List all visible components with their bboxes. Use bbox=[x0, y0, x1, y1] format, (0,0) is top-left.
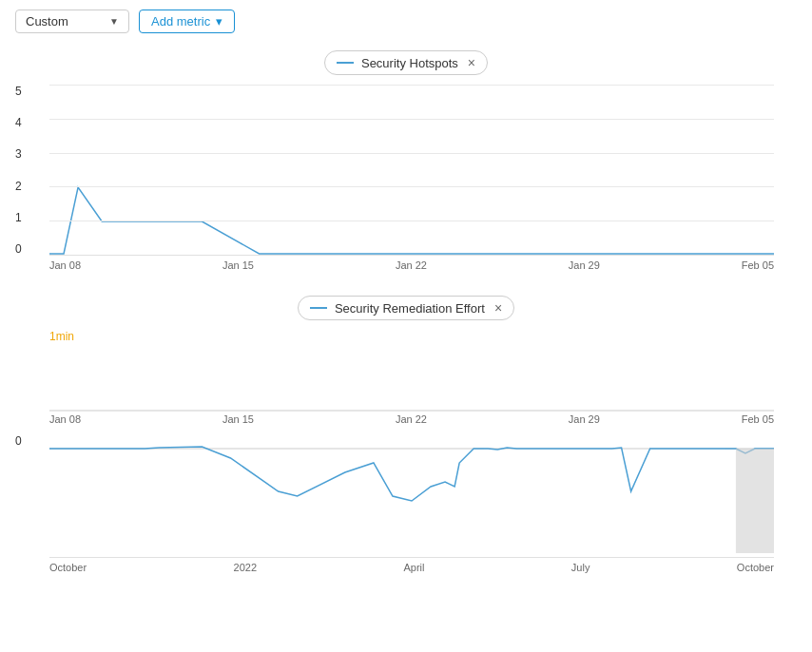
x2-label-feb05: Feb 05 bbox=[742, 413, 774, 425]
x2-label-jan29: Jan 29 bbox=[569, 413, 600, 425]
y2-label-0: 0 bbox=[15, 434, 22, 448]
x2-label-april: April bbox=[403, 562, 424, 573]
x2-label-october2: October bbox=[737, 562, 774, 573]
chart2-y-axis: 0 bbox=[15, 434, 22, 558]
x2-label-jan15: Jan 15 bbox=[222, 413, 254, 425]
x2-label-july: July bbox=[571, 562, 590, 573]
grid-line-1 bbox=[49, 221, 774, 221]
chart2-main-svg bbox=[49, 434, 774, 558]
x-label-feb05: Feb 05 bbox=[742, 259, 774, 271]
chart1-svg bbox=[49, 85, 774, 256]
chart2-x-axis-jan: Jan 08 Jan 15 Jan 22 Jan 29 Feb 05 bbox=[49, 413, 774, 425]
add-metric-button[interactable]: Add metric ▾ bbox=[139, 10, 235, 33]
grid-line-3 bbox=[49, 153, 774, 154]
chart2-legend-label: Security Remediation Effort bbox=[335, 301, 485, 316]
add-metric-chevron-icon: ▾ bbox=[216, 14, 222, 29]
chart2-x-axis-months: October 2022 April July October bbox=[49, 562, 774, 573]
chart1-close-icon[interactable]: × bbox=[468, 55, 475, 70]
chart2-legend-line bbox=[310, 307, 327, 309]
x2-label-2022: 2022 bbox=[234, 562, 257, 573]
y-label-2: 2 bbox=[15, 180, 22, 193]
add-metric-label: Add metric bbox=[151, 14, 210, 29]
x-label-jan15: Jan 15 bbox=[222, 259, 254, 271]
y-label-1: 1 bbox=[15, 211, 22, 224]
chart1-area bbox=[49, 85, 774, 256]
chart1-legend-label: Security Hotspots bbox=[361, 56, 458, 70]
x2-label-jan22: Jan 22 bbox=[396, 413, 427, 425]
chart1-legend-line bbox=[337, 62, 354, 64]
chart2-selection-box bbox=[736, 449, 774, 553]
dropdown-label: Custom bbox=[26, 14, 68, 29]
chart2-section: Security Remediation Effort × 1min Jan 0… bbox=[0, 296, 812, 583]
chart2-legend: Security Remediation Effort × bbox=[0, 296, 812, 320]
chart2-unit-label: 1min bbox=[49, 330, 74, 343]
grid-line-5 bbox=[49, 85, 774, 86]
chart1-y-axis: 5 4 3 2 1 0 bbox=[15, 85, 22, 256]
chart2-top-area bbox=[49, 345, 774, 412]
y-label-3: 3 bbox=[15, 147, 22, 161]
chevron-down-icon: ▼ bbox=[109, 16, 119, 27]
chart2-legend-pill: Security Remediation Effort × bbox=[298, 296, 514, 320]
chart2-main-container: 0 October bbox=[49, 434, 774, 573]
chart1-x-axis: Jan 08 Jan 15 Jan 22 Jan 29 Feb 05 bbox=[49, 259, 774, 271]
x-label-jan08: Jan 08 bbox=[49, 259, 81, 271]
chart2-main-area bbox=[49, 434, 774, 558]
chart1-legend-pill: Security Hotspots × bbox=[324, 50, 488, 75]
chart2-main-line bbox=[49, 447, 774, 501]
grid-line-4 bbox=[49, 119, 774, 120]
chart2-close-icon[interactable]: × bbox=[494, 300, 502, 316]
chart2-unit: 1min bbox=[0, 324, 812, 345]
chart2-container: Jan 08 Jan 15 Jan 22 Jan 29 Feb 05 0 bbox=[49, 345, 774, 573]
y-label-4: 4 bbox=[15, 116, 22, 129]
x2-label-october: October bbox=[49, 562, 87, 573]
x2-label-jan08: Jan 08 bbox=[49, 413, 81, 425]
grid-line-2 bbox=[49, 186, 774, 187]
chart1-container: 5 4 3 2 1 0 Jan 08 Jan 15 J bbox=[49, 85, 774, 271]
chart1-section: Security Hotspots × 5 4 3 2 1 0 bbox=[0, 50, 812, 280]
top-controls: Custom ▼ Add metric ▾ bbox=[0, 0, 812, 43]
x-label-jan22: Jan 22 bbox=[396, 259, 427, 271]
custom-dropdown[interactable]: Custom ▼ bbox=[15, 10, 129, 33]
chart2-top-svg bbox=[49, 345, 774, 412]
y-label-5: 5 bbox=[15, 85, 22, 98]
y-label-0: 0 bbox=[15, 242, 22, 256]
x-label-jan29: Jan 29 bbox=[569, 259, 600, 271]
chart1-legend: Security Hotspots × bbox=[0, 50, 812, 75]
